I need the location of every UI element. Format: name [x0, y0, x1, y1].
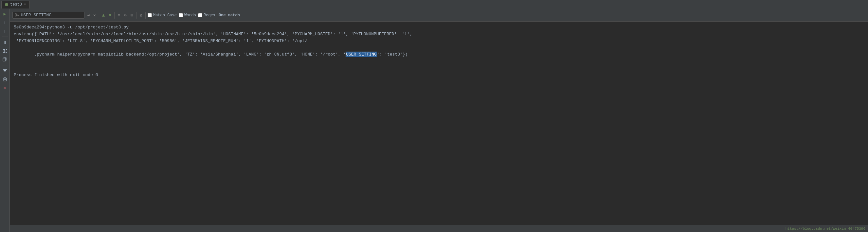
prev-result-button[interactable]: ↩ [86, 12, 91, 18]
regex-option[interactable]: Regex [198, 13, 215, 17]
main-layout: ▶ ↑ ↓ ⏸ [0, 9, 868, 232]
svg-point-4 [4, 51, 5, 52]
pause-button[interactable]: ⏸ [1, 39, 8, 46]
tab-close-button[interactable]: × [24, 3, 26, 6]
terminal-line-4-suffix: ': 'test3'}) [377, 52, 408, 57]
tab-test3[interactable]: test3 × [1, 1, 30, 8]
close-button[interactable]: ✕ [1, 84, 8, 91]
trash-icon [3, 77, 7, 82]
svg-rect-16 [4, 77, 6, 78]
divider-1 [99, 12, 99, 18]
filter-button[interactable] [1, 67, 8, 75]
run-button[interactable]: ▶ [1, 10, 8, 17]
copy-button[interactable] [1, 56, 8, 63]
words-option[interactable]: Words [179, 13, 196, 17]
divider-2 [114, 12, 115, 18]
left-toolbar: ▶ ↑ ↓ ⏸ [0, 9, 10, 232]
terminal-line-4: .pycharm_helpers/pycharm_matplotlib_back… [14, 44, 864, 65]
navigate-down-button[interactable]: ▼ [108, 12, 112, 18]
collapse-icon[interactable]: ⊘ [123, 12, 128, 18]
scroll-up-button[interactable]: ↑ [1, 19, 8, 26]
toolbar-separator-1 [2, 37, 8, 37]
clear-search-button[interactable]: ✕ [92, 12, 97, 18]
terminal-highlight: USER_SETTING [346, 52, 377, 57]
regex-checkbox[interactable] [198, 13, 202, 17]
terminal-line-6: Process finished with exit code 0 [14, 72, 864, 79]
filter-icon [3, 69, 7, 73]
settings-button[interactable] [1, 47, 8, 54]
settings-icon [3, 49, 7, 53]
terminal-line-1: 5e0b9deca294:python3 -u /opt/project/tes… [14, 24, 864, 31]
run-status-icon [5, 3, 8, 6]
svg-rect-7 [3, 58, 6, 61]
terminal-line-3: 'PYTHONIOENCODING': 'UTF-8', 'PYCHARM_MA… [14, 38, 864, 45]
regex-label: Regex [204, 13, 215, 17]
toolbar-separator-2 [2, 65, 8, 65]
tab-bar: test3 × [0, 0, 868, 9]
navigate-up-button[interactable]: ▲ [101, 12, 106, 18]
search-input[interactable] [21, 13, 73, 17]
match-case-option[interactable]: Match Case [148, 13, 177, 17]
copy-icon [3, 57, 7, 62]
svg-point-5 [5, 52, 6, 53]
divider-3 [136, 12, 136, 18]
svg-point-3 [5, 49, 6, 50]
filter-search-icon[interactable]: ⧖ [138, 12, 143, 18]
terminal-line-5 [14, 65, 864, 72]
status-bar: https://blog.csdn.net/weixin_40475396 [10, 225, 868, 232]
terminal-line-4-prefix: .pycharm_helpers/pycharm_matplotlib_back… [34, 52, 346, 57]
match-case-label: Match Case [153, 13, 177, 17]
select-icon[interactable]: ⊞ [130, 12, 134, 18]
svg-rect-9 [4, 70, 6, 71]
search-bar: Q▸ ↩ ✕ ▲ ▼ ⊕ ⊘ ⊞ ⧖ Match Case [10, 9, 868, 22]
delete-button[interactable] [1, 76, 8, 83]
svg-rect-10 [4, 72, 6, 72]
match-case-checkbox[interactable] [148, 13, 152, 17]
expand-icon[interactable]: ⊕ [117, 12, 121, 18]
search-input-wrapper[interactable]: Q▸ [12, 12, 85, 18]
words-checkbox[interactable] [179, 13, 183, 17]
words-label: Words [184, 13, 196, 17]
status-link[interactable]: https://blog.csdn.net/weixin_40475396 [785, 227, 865, 231]
search-actions: ↩ ✕ [86, 12, 97, 18]
match-status: One match [219, 13, 240, 17]
divider-4 [145, 12, 146, 18]
content-area: Q▸ ↩ ✕ ▲ ▼ ⊕ ⊘ ⊞ ⧖ Match Case [10, 9, 868, 232]
tab-name: test3 [10, 2, 22, 7]
search-icon: Q▸ [15, 13, 19, 17]
scroll-down-button[interactable]: ↓ [1, 28, 8, 35]
terminal-line-2: environ({'PATH': '/usr/local/sbin:/usr/l… [14, 31, 864, 38]
terminal-output[interactable]: 5e0b9deca294:python3 -u /opt/project/tes… [10, 22, 868, 225]
svg-rect-8 [3, 69, 7, 70]
